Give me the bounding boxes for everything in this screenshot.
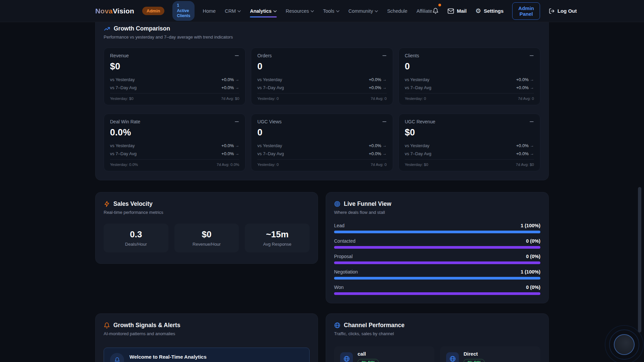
- nav-item-analytics[interactable]: Analytics: [250, 8, 276, 14]
- mail-icon: [447, 8, 454, 14]
- bell-icon: [104, 322, 110, 329]
- top-navbar: NovaVision Admin 1 ActiveClients Home CR…: [0, 0, 644, 22]
- metric-card-deal-win-rate: Deal Win Rate 0.0% vs Yesterday+0.0%→ vs…: [104, 114, 246, 171]
- assistant-core-icon: [614, 334, 635, 355]
- lightning-bolt-icon: [104, 201, 110, 207]
- metric-card-orders: Orders 0 vs Yesterday+0.0%→ vs 7–Day Avg…: [251, 48, 393, 105]
- notifications-bell-icon[interactable]: [432, 7, 439, 14]
- gear-icon: ⚙: [475, 8, 481, 14]
- admin-role-badge: Admin: [142, 7, 164, 15]
- active-clients-badge[interactable]: 1 ActiveClients: [172, 1, 195, 21]
- section-subtitle: AI-monitored patterns and anomalies: [104, 331, 310, 336]
- funnel-stage-proposal: Proposal0 (0%): [334, 254, 540, 264]
- welcome-alert-card: Welcome to Real-Time Analytics Track ord…: [104, 348, 310, 362]
- flat-trend-icon: →: [383, 85, 387, 90]
- vertical-scrollbar-thumb[interactable]: [638, 187, 641, 333]
- metric-value: 0: [405, 61, 534, 72]
- flat-trend-icon: →: [235, 143, 239, 148]
- flat-trend-icon: →: [235, 85, 239, 90]
- nav-item-resources[interactable]: Resources: [286, 8, 314, 14]
- chevron-down-icon: [273, 10, 277, 12]
- metric-value: 0: [257, 61, 386, 72]
- section-subtitle: Performance vs yesterday and 7–day avera…: [104, 35, 540, 40]
- flat-trend-icon: →: [383, 77, 387, 82]
- flat-trend-icon: →: [235, 77, 239, 82]
- section-title: Growth Signals & Alerts: [113, 322, 180, 329]
- section-subtitle: Real-time performance metrics: [104, 210, 310, 215]
- nav-item-affiliate[interactable]: Affiliate: [417, 8, 432, 14]
- stat-deals-per-hour: 0.3 Deals/Hour: [104, 224, 168, 252]
- metric-value: $0: [110, 61, 239, 72]
- minus-icon: [234, 119, 239, 124]
- live-funnel-section: Live Funnel View Where deals flow and st…: [326, 192, 549, 303]
- channel-name: Direct: [464, 351, 485, 357]
- channel-card-direct: Direct 0% ROI: [440, 346, 540, 362]
- funnel-stage-negotiation: Negotiation1 (100%): [334, 269, 540, 280]
- nav-item-crm[interactable]: CRM: [225, 8, 241, 14]
- metric-value: $0: [405, 127, 534, 138]
- chevron-down-icon: [375, 10, 378, 12]
- minus-icon: [382, 53, 387, 58]
- section-title: Growth Comparison: [114, 25, 170, 32]
- funnel-stage-lead: Lead1 (100%): [334, 223, 540, 233]
- nav-item-home[interactable]: Home: [203, 8, 216, 14]
- nav-item-tools[interactable]: Tools: [323, 8, 339, 14]
- mail-button[interactable]: Mail: [447, 8, 467, 14]
- growth-comparison-section: Growth Comparison Performance vs yesterd…: [95, 17, 549, 180]
- metric-card-ugc-revenue: UGC Revenue $0 vs Yesterday+0.0%→ vs 7–D…: [398, 114, 540, 171]
- roi-badge: 0% ROI: [358, 359, 379, 362]
- brand-logo[interactable]: NovaVision: [95, 7, 134, 15]
- funnel-stage-won: Won0 (0%): [334, 285, 540, 295]
- section-title: Live Funnel View: [344, 200, 391, 207]
- metric-card-revenue: Revenue $0 vs Yesterday+0.0%→ vs 7–Day A…: [104, 48, 246, 105]
- flat-trend-icon: →: [383, 151, 387, 156]
- globe-icon: [340, 352, 353, 362]
- globe-icon: [334, 322, 340, 328]
- chevron-down-icon: [237, 10, 241, 12]
- channel-name: call: [358, 351, 379, 357]
- nav-item-community[interactable]: Community: [348, 8, 378, 14]
- stat-revenue-per-hour: $0 Revenue/Hour: [174, 224, 239, 252]
- chevron-down-icon: [336, 10, 339, 12]
- settings-button[interactable]: ⚙ Settings: [475, 8, 503, 14]
- notification-dot: [438, 4, 441, 6]
- funnel-stage-contacted: Contacted0 (0%): [334, 238, 540, 249]
- flat-trend-icon: →: [383, 143, 387, 148]
- section-subtitle: Where deals flow and stall: [334, 210, 540, 215]
- section-title: Sales Velocity: [113, 200, 153, 207]
- channel-performance-section: Channel Performance Traffic, clicks, sal…: [326, 313, 549, 362]
- trending-up-icon: [104, 25, 110, 32]
- bell-icon: [110, 353, 124, 362]
- growth-signals-section: Growth Signals & Alerts AI-monitored pat…: [95, 313, 318, 362]
- minus-icon: [382, 119, 387, 124]
- metric-card-clients: Clients 0 vs Yesterday+0.0%→ vs 7–Day Av…: [398, 48, 540, 105]
- target-icon: [334, 201, 340, 207]
- flat-trend-icon: →: [235, 151, 239, 156]
- funnel-bar: [334, 231, 540, 233]
- roi-badge: 0% ROI: [464, 359, 485, 362]
- logout-button[interactable]: Log Out: [549, 8, 577, 14]
- metric-value: 0.0%: [110, 127, 239, 138]
- channel-card-call: call 0% ROI: [334, 346, 434, 362]
- admin-panel-button[interactable]: Admin Panel: [512, 2, 540, 20]
- flat-trend-icon: →: [530, 151, 534, 156]
- metric-card-ugc-views: UGC Views 0 vs Yesterday+0.0%→ vs 7–Day …: [251, 114, 393, 171]
- flat-trend-icon: →: [530, 143, 534, 148]
- alert-title: Welcome to Real-Time Analytics: [129, 354, 236, 360]
- funnel-bar: [334, 261, 540, 264]
- flat-trend-icon: →: [530, 85, 534, 90]
- minus-icon: [529, 119, 534, 124]
- minus-icon: [234, 53, 239, 58]
- sales-velocity-section: Sales Velocity Real-time performance met…: [95, 192, 318, 264]
- metric-value: 0: [257, 127, 386, 138]
- funnel-bar: [334, 292, 540, 295]
- section-title: Channel Performance: [344, 322, 405, 329]
- globe-icon: [446, 352, 459, 362]
- metric-cards-grid: Revenue $0 vs Yesterday+0.0%→ vs 7–Day A…: [104, 48, 540, 171]
- chevron-down-icon: [311, 10, 314, 12]
- nav-item-schedule[interactable]: Schedule: [387, 8, 407, 14]
- funnel-bar: [334, 246, 540, 249]
- funnel-bar: [334, 277, 540, 280]
- flat-trend-icon: →: [530, 77, 534, 82]
- logout-icon: [549, 8, 555, 14]
